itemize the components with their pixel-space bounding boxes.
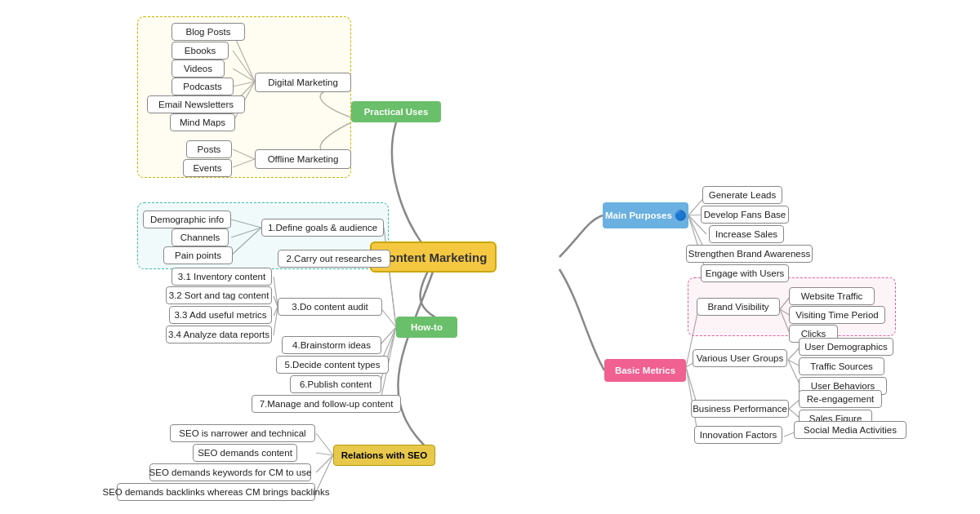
user-demographics-node: User Demographics xyxy=(799,338,893,356)
channels-node: Channels xyxy=(172,228,229,246)
content-audit-node: 3.Do content audit xyxy=(278,298,382,316)
seo-backlinks-node: SEO demands backlinks whereas CM brings … xyxy=(117,483,315,501)
svg-line-24 xyxy=(316,455,333,472)
reengagement-node: Re-engagement xyxy=(799,390,882,408)
various-users-node: Various User Groups xyxy=(693,349,787,367)
develop-fans-node: Develop Fans Base xyxy=(701,206,789,224)
pain-points-node: Pain points xyxy=(163,246,233,264)
analyze-node: 3.4 Analyze data reports xyxy=(166,326,272,343)
main-purposes-node: Main Purposes 🔵 xyxy=(603,202,688,228)
offline-marketing-node: Offline Marketing xyxy=(255,149,351,169)
increase-sales-node: Increase Sales xyxy=(709,225,784,243)
decide-types-node: 5.Decide content types xyxy=(276,356,389,374)
business-performance-node: Business Performance xyxy=(691,400,789,418)
seo-keywords-node: SEO demands keywords for CM to use xyxy=(149,463,311,481)
mind-maps-node: Mind Maps xyxy=(170,113,235,131)
videos-node: Videos xyxy=(172,60,225,78)
innovation-factors-node: Innovation Factors xyxy=(694,426,782,444)
ebooks-node: Ebooks xyxy=(172,42,229,60)
basic-metrics-node: Basic Metrics xyxy=(604,359,686,382)
blog-posts-node: Blog Posts xyxy=(172,23,245,41)
sort-tag-node: 3.2 Sort and tag content xyxy=(166,286,272,304)
seo-demands-content-node: SEO demands content xyxy=(193,444,297,462)
svg-line-22 xyxy=(316,433,333,455)
events-node: Events xyxy=(183,159,232,177)
digital-marketing-node: Digital Marketing xyxy=(255,73,351,92)
svg-line-11 xyxy=(380,327,396,345)
brainstorm-node: 4.Brainstorm ideas xyxy=(282,336,381,354)
add-metrics-node: 3.3 Add useful metrics xyxy=(169,306,272,324)
manage-node: 7.Manage and follow-up content xyxy=(252,395,401,413)
carry-researches-node: 2.Carry out researches xyxy=(278,250,390,268)
how-to-node: How-to xyxy=(396,317,457,338)
generate-leads-node: Generate Leads xyxy=(702,186,782,204)
svg-line-23 xyxy=(316,453,333,455)
strengthen-brand-node: Strengthen Brand Awareness xyxy=(686,245,813,263)
engage-users-node: Engage with Users xyxy=(701,264,789,282)
visiting-time-node: Visiting Time Period xyxy=(789,306,885,324)
define-goals-node: 1.Define goals & audience xyxy=(261,219,384,237)
demographic-node: Demographic info xyxy=(143,210,231,228)
social-media-node: Social Media Activities xyxy=(794,421,906,439)
relations-seo-node: Relations with SEO xyxy=(333,445,435,466)
practical-uses-node: Practical Uses xyxy=(351,101,441,122)
inventory-node: 3.1 Inventory content xyxy=(172,268,272,286)
email-newsletters-node: Email Newsletters xyxy=(147,95,245,113)
seo-narrower-node: SEO is narrower and technical xyxy=(170,424,315,442)
posts-node: Posts xyxy=(186,140,232,158)
brand-visibility-node: Brand Visibility xyxy=(697,298,780,316)
website-traffic-node: Website Traffic xyxy=(789,287,875,305)
publish-node: 6.Publish content xyxy=(290,375,381,393)
podcasts-node: Podcasts xyxy=(172,78,234,95)
traffic-sources-node: Traffic Sources xyxy=(799,357,884,375)
svg-line-10 xyxy=(380,307,396,327)
